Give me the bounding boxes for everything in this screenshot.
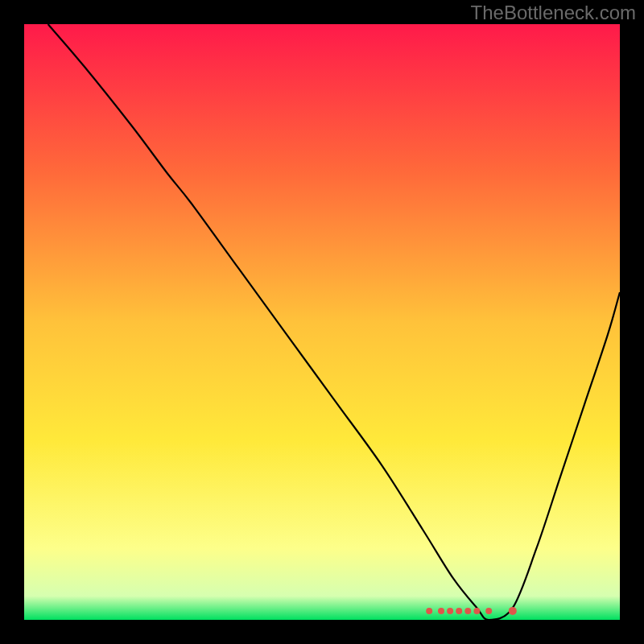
highlight-point <box>485 608 492 614</box>
highlight-point <box>426 608 432 614</box>
highlight-point <box>464 608 471 614</box>
plot-area <box>24 24 620 620</box>
chart-frame: TheBottleneck.com <box>0 0 644 644</box>
highlight-point <box>509 607 517 615</box>
chart-svg <box>24 24 620 620</box>
highlight-point <box>473 608 480 614</box>
watermark-text: TheBottleneck.com <box>471 2 636 24</box>
highlight-point <box>438 608 444 614</box>
highlight-point <box>456 608 462 614</box>
highlight-point <box>447 608 453 614</box>
gradient-background <box>24 24 620 620</box>
